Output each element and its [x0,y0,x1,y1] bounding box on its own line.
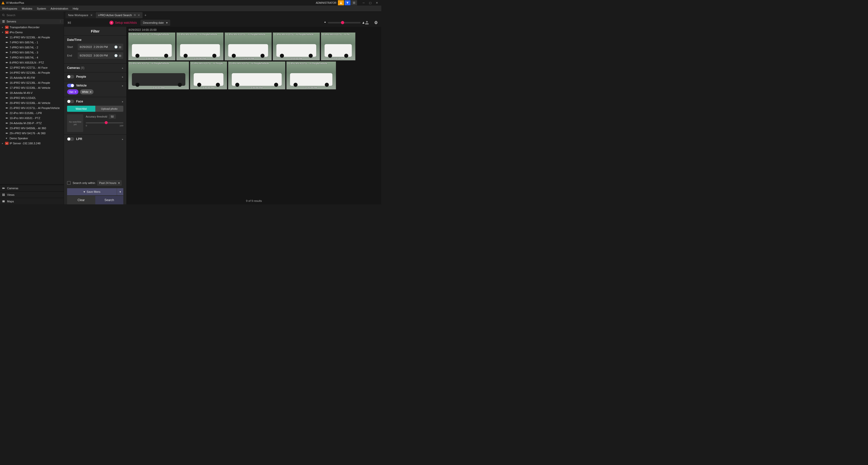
tree-node[interactable]: 23-iPRO WV-S4556L - AI 360 [0,126,64,131]
clock-icon[interactable]: 🕐 [114,46,118,49]
tree-node[interactable]: ▸●IP Server -192.168.3.248 [0,141,64,146]
tree-node[interactable]: 10-iPro WV-X6531 - PTZ [0,116,64,121]
tree-node[interactable]: 17-iPRO WV-S1536L - AI Vehicle [0,85,64,90]
setup-watchlists-button[interactable]: + Setup watchlists [110,21,137,25]
accuracy-slider[interactable] [86,122,123,123]
window-minimize-button[interactable]: ─ [361,0,367,5]
tree-node[interactable]: 7-iPRO WV-S8574L - 2 [0,45,64,50]
tree-node[interactable]: 8-iPRO WV-X6533LN - PTZ [0,60,64,65]
sidebar-search-input[interactable] [6,13,62,17]
sort-dropdown[interactable]: Descending date ▾ [141,20,170,26]
tree-node[interactable]: 7-iPRO WV-S8574L - 1 [0,40,64,45]
more-icon[interactable]: ⋮ [59,20,62,23]
sidebar-nav-maps[interactable]: Maps [0,198,64,204]
settings-icon[interactable] [373,20,379,26]
tree-node[interactable]: 11-iPRO WV-S2236L - AI People [0,35,64,40]
svg-point-8 [2,14,4,16]
tree-node[interactable]: 7-iPRO WV-S8574L - 3 [0,50,64,55]
menu-administration[interactable]: Administration [51,7,68,10]
tree-node[interactable]: 22-iPro WV-S1536L - LPR [0,111,64,116]
face-tab-watchlist[interactable]: Watchlist [67,106,95,112]
accuracy-value[interactable]: 50 [109,114,116,119]
window-close-button[interactable]: ✕ [374,0,380,5]
tab-active-guard-search[interactable]: i-PRO Active Guard Search ⧉ ✕ [96,12,143,18]
user-icon-button[interactable] [338,0,344,5]
sidebar-nav-cameras[interactable]: Cameras [0,185,64,191]
tree-node[interactable]: 7-iPRO WV-S8574L - 4 [0,55,64,60]
camera-icon [5,36,8,39]
slider-knob[interactable] [105,121,108,124]
search-button[interactable]: Search [95,196,124,204]
small-thumb-icon: ▲ [324,21,326,23]
result-card[interactable]: 21-iPro WV-X1571L - AI Pe...2:53:12 PM [321,32,355,61]
face-header[interactable]: Face ▸ [67,100,123,103]
result-card[interactable]: 21-iPro WV-X1571L - AI People/Vehicle2:5… [128,61,189,90]
svg-marker-29 [7,77,8,78]
face-toggle[interactable] [67,100,74,103]
servers-header[interactable]: Servers ⋮ [0,19,64,24]
face-watchlist-thumb[interactable]: No watchlist yet [67,114,83,132]
chip-van[interactable]: Van✕ [67,89,79,94]
tree-node[interactable]: 12-iPRO WV-X2271L - AI Face [0,65,64,70]
tree-node[interactable]: ▾●iPro Demo [0,30,64,35]
tree-node[interactable]: 21-iPRO WV-X1571L - AI People/Vehicle [0,106,64,111]
result-card[interactable]: 21-iPro WV-X1571L - AI People/Vehicle2:3… [286,61,336,90]
people-toggle[interactable] [67,75,74,79]
calendar-icon[interactable]: ▦ [119,54,121,57]
tree-node[interactable]: 20-iPRO WV-S1536L - AI Vehicle [0,100,64,106]
tab-new-workspace[interactable]: New Workspace ✕ [66,12,95,18]
collapse-panel-icon[interactable] [67,20,72,26]
menu-modules[interactable]: Modules [22,7,32,10]
end-datetime-input[interactable]: 8/29/2022 3:00:09 PM 🕐▦ [78,52,123,59]
calendar-icon[interactable]: ▦ [119,46,121,49]
clock-icon[interactable]: 🕐 [114,54,118,57]
card-time-label: 2:54:28 PM [225,57,272,60]
chip-remove-icon[interactable]: ✕ [90,91,92,93]
tree-node[interactable]: Demo Speaker [0,136,64,141]
tab-close-icon[interactable]: ✕ [138,13,140,17]
tab-popout-icon[interactable]: ⧉ [134,13,136,17]
tab-add-button[interactable]: + [143,12,148,18]
result-card[interactable]: 21-iPro WV-X1571L - AI People/Vehicle2:5… [128,32,176,61]
people-header[interactable]: People ▸ [67,75,123,79]
result-card[interactable]: 21-iPro WV-X1571L - AI People/Vehicle2:5… [176,32,224,61]
search-within-dropdown[interactable]: Past 24 hours ▾ [97,180,122,186]
tree-node[interactable]: 15-Advidia M-45-FW [0,75,64,80]
lpr-toggle[interactable] [67,137,74,141]
tree-node[interactable]: 19-iPRO WV-U1542L [0,95,64,100]
sidebar-nav-views[interactable]: Views [0,191,64,198]
menu-workspaces[interactable]: Workspaces [2,7,17,10]
cameras-header[interactable]: Cameras (8) ▸ [67,66,123,70]
menu-help[interactable]: Help [73,7,79,10]
tree-node[interactable]: ▸●Transportation Recorder [0,25,64,30]
result-card[interactable]: 21-iPro WV-X1571L - AI People...2:50:53 … [190,61,227,90]
face-tab-upload[interactable]: Upload photo [95,106,124,112]
tree-node[interactable]: 29-i-PRO WV-S4176 - AI 360 [0,131,64,136]
chip-white[interactable]: White✕ [80,89,94,94]
chip-remove-icon[interactable]: ✕ [74,91,76,93]
result-card[interactable]: 21-iPro WV-X1571L - AI People/Vehicle2:5… [224,32,272,61]
vehicle-toggle[interactable] [67,84,74,87]
save-filters-dropdown[interactable]: ▾ [117,188,123,195]
tree-node[interactable]: 16-iPRO WV-S2136L - AI People [0,80,64,85]
start-datetime-input[interactable]: 8/29/2022 2:29:09 PM 🕐▦ [78,43,123,50]
tree-node[interactable]: 24-Advidia M-200-P - PTZ [0,121,64,126]
thumbnail-size-slider[interactable]: ▲ ▲ [328,22,361,24]
large-thumb-icon: ▲ [362,21,365,25]
filter-icon-button[interactable] [344,0,350,5]
save-filters-button[interactable]: ♥ Save filters [67,188,117,195]
result-card[interactable]: 21-iPro WV-X1571L - AI People/Vehicle2:5… [228,61,285,90]
tree-node[interactable]: 14-iPRO WV-S2136L - AI People [0,70,64,75]
menu-system[interactable]: System [37,7,46,10]
vehicle-header[interactable]: Vehicle ▸ [67,84,123,87]
menu-icon-button[interactable] [351,0,357,5]
window-maximize-button[interactable]: ▢ [367,0,373,5]
search-within-checkbox[interactable] [67,181,71,185]
result-card[interactable]: 21-iPro WV-X1571L - AI People/Vehicle2:5… [273,32,320,61]
clear-button[interactable]: Clear [67,196,95,204]
lpr-header[interactable]: LPR ▸ [67,137,123,141]
tree-node[interactable]: 18-Advidia M-49-V [0,90,64,95]
slider-knob[interactable] [341,21,344,24]
tab-close-icon[interactable]: ✕ [90,13,93,17]
svg-point-0 [340,2,341,3]
